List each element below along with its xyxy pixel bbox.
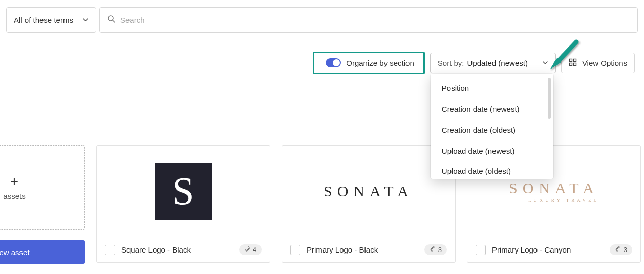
asset-card[interactable]: S Square Logo - Black 4 [96,145,270,263]
svg-rect-4 [569,63,572,65]
asset-name: Primary Logo - Canyon [492,245,571,254]
organize-by-section-toggle-box: Organize by section [313,52,425,74]
paperclip-icon [430,246,436,254]
asset-card[interactable]: SONATA Primary Logo - Black 3 [282,145,456,263]
sort-option-position[interactable]: Position [431,78,553,99]
svg-line-1 [113,20,115,22]
sort-by-dropdown[interactable]: Sort by: Updated (newest) Position Creat… [430,53,556,73]
asset-footer: Primary Logo - Canyon 3 [467,237,640,262]
asset-checkbox[interactable] [476,245,486,255]
asset-footer: Square Logo - Black 4 [97,237,270,262]
new-asset-label: ew asset [0,248,30,257]
svg-rect-2 [569,59,572,61]
chevron-down-icon [82,16,89,25]
asset-name: Primary Logo - Black [307,245,378,254]
organize-toggle[interactable] [326,58,341,67]
sort-option-creation-oldest[interactable]: Creation date (oldest) [431,120,553,141]
grid-icon [569,58,577,68]
svg-rect-3 [573,59,576,61]
chevron-down-icon [542,59,548,67]
view-options-label: View Options [582,59,627,67]
attachment-count: 3 [438,246,442,254]
square-logo-black: S [155,163,212,220]
add-assets-label: assets [3,192,25,200]
svg-rect-5 [573,63,576,65]
paperclip-icon [615,246,621,254]
sort-menu: Position Creation date (newest) Creation… [431,74,553,179]
primary-logo-black: SONATA [324,182,414,200]
sort-by-value: Updated (newest) [467,59,527,67]
sort-option-upload-newest[interactable]: Upload date (newest) [431,141,553,162]
attachment-count: 3 [624,246,627,254]
new-asset-button[interactable]: ew asset [0,240,85,264]
sort-option-creation-newest[interactable]: Creation date (newest) [431,99,553,120]
add-assets-card[interactable]: + assets [0,145,85,230]
view-options-button[interactable]: View Options [561,53,635,73]
primary-logo-canyon: SONATA [509,179,599,197]
scrollbar[interactable] [548,78,551,119]
attachment-count: 4 [253,246,256,254]
asset-footer: Primary Logo - Black 3 [282,237,455,262]
attachment-count-pill: 3 [424,244,447,255]
asset-preview: S [97,146,270,237]
sort-option-upload-oldest[interactable]: Upload date (oldest) [431,162,553,175]
filter-terms-dropdown[interactable]: All of these terms [6,7,96,33]
attachment-count-pill: 4 [239,244,262,255]
primary-logo-canyon-sub: LUXURY TRAVEL [509,198,599,203]
paperclip-icon [244,246,250,254]
search-box[interactable] [99,7,638,33]
sort-by-label: Sort by: [438,59,464,67]
organize-label: Organize by section [346,59,414,67]
card-edge [0,271,85,274]
search-input[interactable] [120,16,630,25]
attachment-count-pill: 3 [610,244,632,255]
asset-checkbox[interactable] [290,245,300,255]
search-icon [107,15,115,25]
asset-preview: SONATA [282,146,455,237]
asset-name: Square Logo - Black [121,245,191,254]
plus-icon: + [10,174,18,189]
filter-terms-label: All of these terms [14,16,73,25]
asset-checkbox[interactable] [105,245,115,255]
